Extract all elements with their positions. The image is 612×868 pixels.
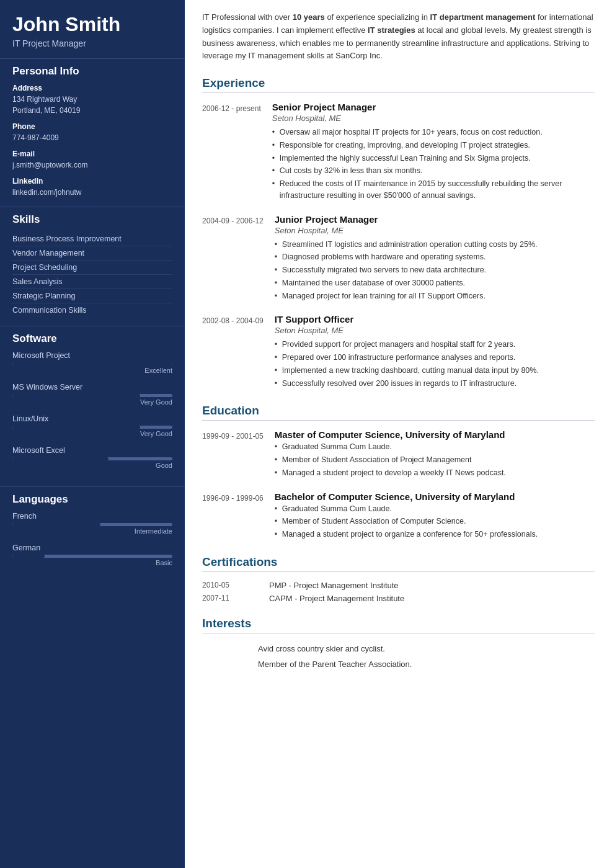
experience-bullets: Oversaw all major hospital IT projects f… bbox=[272, 127, 595, 202]
list-item: Provided support for project managers an… bbox=[275, 339, 595, 351]
skill-item: Communication Skills bbox=[12, 303, 172, 317]
address-line1: 134 Rightward Way bbox=[12, 94, 172, 105]
experience-title: Senior Project Manager bbox=[272, 102, 595, 112]
education-date: 1996-09 - 1999-06 bbox=[202, 491, 264, 542]
certification-entry: 2007-11CAPM - Project Management Institu… bbox=[202, 594, 595, 603]
certification-entry: 2010-05PMP - Project Management Institut… bbox=[202, 581, 595, 590]
education-content: Master of Computer Science, University o… bbox=[275, 429, 595, 480]
experience-title: Experience bbox=[202, 76, 595, 93]
list-item: Responsible for creating, improving, and… bbox=[272, 140, 595, 151]
skill-item: Sales Analysis bbox=[12, 275, 172, 289]
sidebar: John Smith IT Project Manager Personal I… bbox=[0, 0, 185, 868]
software-name: MS Windows Server bbox=[12, 383, 172, 391]
personal-info-section: Personal Info Address 134 Rightward Way … bbox=[0, 58, 185, 207]
languages-list: FrenchIntermediateGermanBasic bbox=[12, 512, 172, 566]
interest-item: Avid cross country skier and cyclist. bbox=[202, 642, 595, 655]
interest-item: Member of the Parent Teacher Association… bbox=[202, 658, 595, 671]
education-bullets: Graduated Summa Cum Laude.Member of Stud… bbox=[275, 441, 595, 478]
software-name: Microsoft Project bbox=[12, 351, 172, 360]
interests-section: Interests Avid cross country skier and c… bbox=[202, 617, 595, 671]
certifications-title: Certifications bbox=[202, 555, 595, 572]
experience-entry: 2006-12 - presentSenior Project ManagerS… bbox=[202, 102, 595, 203]
experience-bullets: Provided support for project managers an… bbox=[275, 339, 595, 389]
education-title: Bachelor of Computer Science, University… bbox=[275, 491, 595, 502]
experience-entry: 2002-08 - 2004-09IT Support OfficerSeton… bbox=[202, 314, 595, 390]
language-item: FrenchIntermediate bbox=[12, 512, 172, 535]
education-content: Bachelor of Computer Science, University… bbox=[275, 491, 595, 542]
list-item: Managed a student project to develop a w… bbox=[275, 467, 595, 479]
certification-date: 2007-11 bbox=[202, 594, 258, 603]
experience-content: Senior Project ManagerSeton Hospital, ME… bbox=[272, 102, 595, 203]
skills-list: Business Process ImprovementVendor Manag… bbox=[12, 232, 172, 317]
list-item: Member of Student Association of Compute… bbox=[275, 516, 595, 527]
language-bar bbox=[12, 523, 172, 526]
certification-value: PMP - Project Management Institute bbox=[269, 581, 399, 590]
experience-date: 2002-08 - 2004-09 bbox=[202, 314, 264, 390]
list-item: Maintained the user database of over 300… bbox=[275, 277, 595, 289]
skill-item: Project Scheduling bbox=[12, 261, 172, 275]
interests-list: Avid cross country skier and cyclist.Mem… bbox=[202, 642, 595, 671]
experience-content: Junior Project ManagerSeton Hospital, ME… bbox=[275, 214, 595, 303]
skills-title: Skills bbox=[12, 213, 172, 226]
list-item: Implemented the highly successful Lean T… bbox=[272, 153, 595, 164]
language-level: Basic bbox=[12, 559, 172, 566]
education-title: Education bbox=[202, 404, 595, 421]
address-line2: Portland, ME, 04019 bbox=[12, 105, 172, 116]
software-item: Microsoft ExcelGood bbox=[12, 446, 172, 469]
list-item: Successfully resolved over 200 issues in… bbox=[275, 378, 595, 390]
software-bar-fill bbox=[12, 394, 140, 397]
software-title: Software bbox=[12, 333, 172, 345]
list-item: Graduated Summa Cum Laude. bbox=[275, 503, 595, 515]
language-item: GermanBasic bbox=[12, 544, 172, 566]
list-item: Successfully migrated two servers to new… bbox=[275, 264, 595, 276]
language-bar-fill bbox=[12, 555, 45, 558]
experience-title: IT Support Officer bbox=[275, 314, 595, 324]
software-level: Very Good bbox=[12, 430, 172, 437]
list-item: Member of Student Association of Project… bbox=[275, 454, 595, 466]
certification-date: 2010-05 bbox=[202, 581, 258, 590]
experience-org: Seton Hospital, ME bbox=[275, 326, 595, 335]
software-bar bbox=[12, 362, 172, 365]
summary-section: IT Professional with over 10 years of ex… bbox=[202, 11, 595, 63]
language-bar-fill bbox=[12, 523, 100, 526]
skill-item: Business Process Improvement bbox=[12, 232, 172, 246]
linkedin-value: linkedin.com/johnutw bbox=[12, 187, 172, 198]
list-item: Prepared over 100 infrastructure perform… bbox=[275, 352, 595, 364]
education-entry: 1999-09 - 2001-05Master of Computer Scie… bbox=[202, 429, 595, 480]
software-level: Very Good bbox=[12, 398, 172, 406]
candidate-name: John Smith bbox=[12, 14, 172, 35]
list-item: Managed project for lean training for al… bbox=[275, 290, 595, 302]
education-date: 1999-09 - 2001-05 bbox=[202, 429, 264, 480]
linkedin-label: LinkedIn bbox=[12, 177, 172, 186]
list-item: Reduced the costs of IT maintenance in 2… bbox=[272, 178, 595, 202]
software-bar-fill bbox=[12, 426, 140, 429]
experience-entry: 2004-09 - 2006-12Junior Project ManagerS… bbox=[202, 214, 595, 303]
education-section: Education 1999-09 - 2001-05Master of Com… bbox=[202, 404, 595, 542]
list-item: Streamlined IT logistics and administrat… bbox=[275, 239, 595, 251]
experience-list: 2006-12 - presentSenior Project ManagerS… bbox=[202, 102, 595, 390]
candidate-title: IT Project Manager bbox=[12, 38, 172, 48]
language-name: French bbox=[12, 512, 172, 521]
personal-info-title: Personal Info bbox=[12, 65, 172, 78]
address-label: Address bbox=[12, 84, 172, 92]
software-section: Software Microsoft ProjectExcellentMS Wi… bbox=[0, 326, 185, 486]
experience-title: Junior Project Manager bbox=[275, 214, 595, 225]
phone-label: Phone bbox=[12, 122, 172, 131]
software-bar bbox=[12, 394, 172, 397]
experience-org: Seton Hospital, ME bbox=[272, 114, 595, 123]
software-bar-fill bbox=[12, 457, 109, 460]
list-item: Managed a student project to organize a … bbox=[275, 529, 595, 540]
certification-value: CAPM - Project Management Institute bbox=[269, 594, 404, 603]
education-entry: 1996-09 - 1999-06Bachelor of Computer Sc… bbox=[202, 491, 595, 542]
interests-title: Interests bbox=[202, 617, 595, 633]
skills-section: Skills Business Process ImprovementVendo… bbox=[0, 207, 185, 326]
software-level: Good bbox=[12, 462, 172, 469]
skill-item: Vendor Management bbox=[12, 246, 172, 261]
experience-org: Seton Hospital, ME bbox=[275, 226, 595, 235]
list-item: Graduated Summa Cum Laude. bbox=[275, 441, 595, 453]
phone-value: 774-987-4009 bbox=[12, 132, 172, 143]
education-title: Master of Computer Science, University o… bbox=[275, 429, 595, 440]
experience-content: IT Support OfficerSeton Hospital, MEProv… bbox=[275, 314, 595, 390]
education-bullets: Graduated Summa Cum Laude.Member of Stud… bbox=[275, 503, 595, 540]
software-bar bbox=[12, 457, 172, 460]
